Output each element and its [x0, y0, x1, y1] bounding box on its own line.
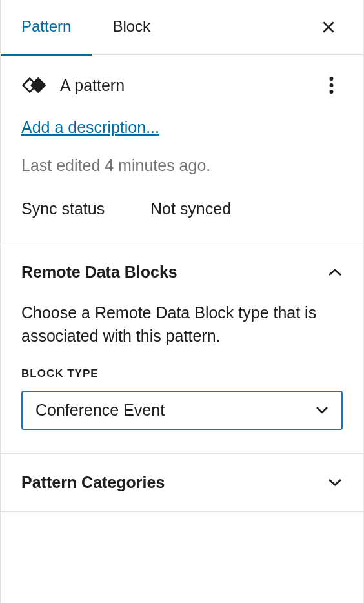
section-title: Remote Data Blocks — [21, 263, 177, 281]
section-pattern-categories: Pattern Categories — [1, 454, 363, 512]
select-value: Conference Event — [35, 401, 165, 420]
section-remote-data-blocks: Remote Data Blocks Choose a Remote Data … — [1, 243, 363, 454]
close-button[interactable] — [314, 13, 343, 41]
pattern-title: A pattern — [60, 76, 319, 95]
tabs-header: Pattern Block — [1, 0, 363, 55]
section-header-remote-data-blocks[interactable]: Remote Data Blocks — [1, 243, 363, 301]
section-title: Pattern Categories — [21, 473, 165, 492]
sync-status-label: Sync status — [21, 199, 150, 218]
panel-body: A pattern Add a description... Last edit… — [1, 55, 363, 512]
tab-pattern[interactable]: Pattern — [1, 0, 92, 56]
close-icon — [320, 19, 337, 36]
pattern-icon — [21, 72, 48, 99]
section-content: Choose a Remote Data Block type that is … — [1, 301, 363, 453]
last-edited-text: Last edited 4 minutes ago. — [1, 137, 363, 175]
section-header-pattern-categories[interactable]: Pattern Categories — [1, 454, 363, 511]
sync-status-row: Sync status Not synced — [1, 175, 363, 243]
svg-point-3 — [329, 83, 333, 87]
more-vertical-icon — [329, 77, 334, 94]
svg-point-2 — [329, 77, 333, 81]
chevron-down-icon — [316, 406, 329, 414]
block-type-label: BLOCK TYPE — [21, 367, 343, 380]
svg-point-4 — [329, 90, 333, 94]
chevron-up-icon — [327, 265, 343, 280]
pattern-header: A pattern — [1, 55, 363, 99]
chevron-down-icon — [327, 475, 343, 490]
block-type-select[interactable]: Conference Event — [21, 391, 343, 430]
add-description-row: Add a description... — [1, 99, 363, 137]
sync-status-value: Not synced — [150, 199, 231, 218]
more-options-button[interactable] — [319, 74, 343, 97]
tab-block[interactable]: Block — [92, 0, 171, 56]
add-description-link[interactable]: Add a description... — [21, 118, 159, 136]
section-description: Choose a Remote Data Block type that is … — [21, 301, 343, 348]
